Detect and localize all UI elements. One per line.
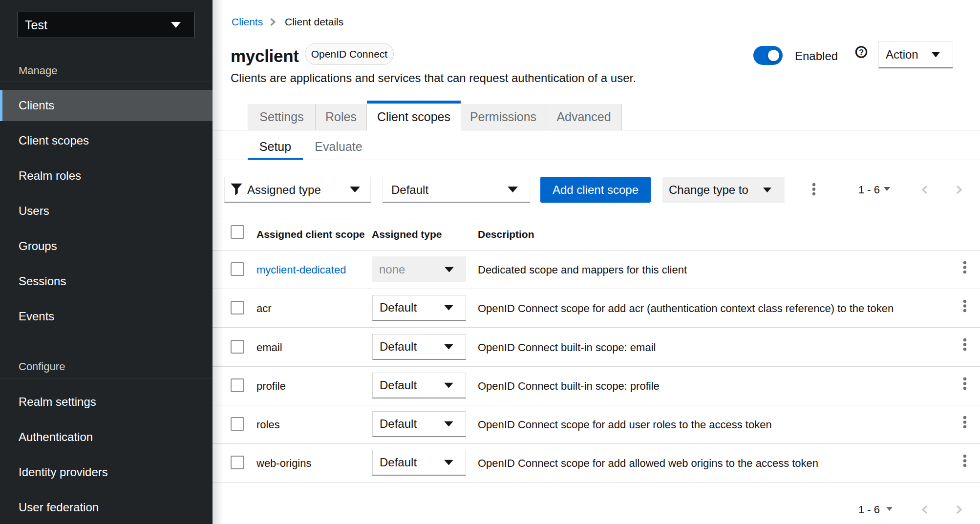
svg-text:?: ? [859, 48, 864, 57]
